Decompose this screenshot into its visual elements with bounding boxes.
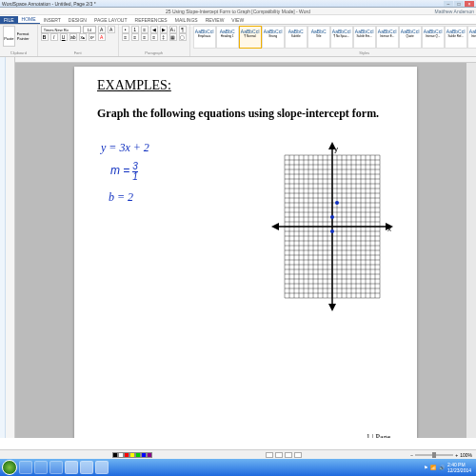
group-paragraph: • 1 ≡ ◀ ▶ A↓ ¶ ≡ ≡ ≡ ≡ ‡ ▦ ▢ Paragraph [119,25,190,56]
align-right-button[interactable]: ≡ [141,33,149,41]
justify-button[interactable]: ≡ [150,33,158,41]
numbering-button[interactable]: 1 [131,26,139,33]
bold-button[interactable]: B [41,33,49,41]
sup-button[interactable]: x² [89,33,96,41]
taskbar-word-icon[interactable] [95,461,109,474]
style-subtle-ref-[interactable]: AaBbCcISubtle Ref... [445,26,467,49]
style-subtitle[interactable]: AaBbCSubtitle [285,26,307,49]
svg-marker-54 [328,304,336,311]
font-name-select[interactable]: Times New Ro [41,26,81,33]
ribbon: Paste Format Painter Clipboard Times New… [0,25,476,57]
indent-button[interactable]: ▶ [160,26,168,33]
y-axis-label: y [334,145,338,153]
style-heading-1[interactable]: AaBbCHeading 1 [216,26,239,49]
workspace: EXAMPLES: Graph the following equations … [0,57,476,438]
taskbar-ie-icon[interactable] [19,461,32,474]
handwritten-intercept: b = 2 [109,190,133,205]
taskbar-media-icon[interactable] [50,461,63,474]
tab-mailings[interactable]: MAILINGS [171,16,202,24]
tab-view[interactable]: VIEW [228,16,248,24]
group-label-font: Font [41,50,115,55]
style-emphasis[interactable]: AaBbCcIEmphasis [193,26,216,49]
tray-flag-icon[interactable]: ⚑ [424,465,427,470]
strike-button[interactable]: ab [69,33,77,41]
system-tray[interactable]: ⚑ 📶 🔊 2:40 PM 12/23/2014 [424,462,474,473]
document-title-bar: 25 Using Slope-Intercept Form to Graph [… [0,8,476,15]
style-strong[interactable]: AaBbCcIStrong [262,26,285,49]
color-palette[interactable] [112,452,152,458]
tab-insert[interactable]: INSERT [40,16,65,24]
style-intense-e-[interactable]: AaBbCcIIntense E... [376,26,399,49]
bullets-button[interactable]: • [122,26,129,33]
pen-tools[interactable] [266,452,302,458]
shrink-font-button[interactable]: A [108,26,115,33]
taskbar-excel-icon[interactable] [65,461,78,474]
start-button[interactable] [2,460,17,475]
maximize-button[interactable]: □ [454,1,464,7]
windows-taskbar: ⚑ 📶 🔊 2:40 PM 12/23/2014 [0,459,476,476]
minimize-button[interactable]: – [444,1,453,7]
style-quote[interactable]: AaBbCcIQuote [399,26,422,49]
svg-marker-56 [271,223,279,230]
style-intense-r-[interactable]: AaBbCcIIntense R... [467,26,476,49]
point-cursor [330,229,334,233]
horizontal-ruler [15,57,476,63]
group-label-styles: Styles [193,50,476,55]
group-label-paragraph: Paragraph [122,50,187,55]
line-spacing-button[interactable]: ‡ [160,33,168,41]
sub-button[interactable]: x₂ [79,33,87,41]
close-button[interactable]: × [465,1,474,7]
grow-font-button[interactable]: A [98,26,106,33]
shading-button[interactable]: ▦ [169,33,177,41]
point-1 [335,201,339,205]
align-center-button[interactable]: ≡ [131,33,139,41]
handwritten-slope: m = 31 [110,162,138,182]
underline-button[interactable]: U [60,33,68,41]
tab-pagelayout[interactable]: PAGE LAYOUT [90,16,131,24]
tab-references[interactable]: REFERENCES [131,16,171,24]
multilevel-button[interactable]: ≡ [141,26,149,33]
format-painter-button[interactable]: Format Painter [17,31,34,41]
handwritten-equation: y = 3x + 2 [101,141,149,155]
ribbon-tabs: FILE HOME INSERT DESIGN PAGE LAYOUT REFE… [0,15,476,25]
group-label-clipboard: Clipboard [3,50,34,55]
app-title: WordSpace Annotation - Untitled, Page 2/… [2,1,96,7]
outdent-button[interactable]: ◀ [150,26,158,33]
vertical-ruler [6,57,15,438]
taskbar-explorer-icon[interactable] [34,461,48,474]
style-title[interactable]: AaBbCTitle [307,26,330,49]
document-title: 25 Using Slope-Intercept Form to Graph [… [166,9,310,14]
style--normal[interactable]: AaBbCcI¶ Normal [239,26,262,49]
instruction-text: Graph the following equations using slop… [97,107,394,121]
tray-volume-icon[interactable]: 🔊 [439,465,445,470]
page-heading: EXAMPLES: [97,78,394,93]
vertical-scrollbar[interactable] [466,57,476,438]
point-b [330,215,334,219]
zoom-level: 100% [460,452,472,458]
taskbar-wordspace-icon[interactable] [80,461,93,474]
group-styles: AaBbCcIEmphasisAaBbCHeading 1AaBbCcI¶ No… [190,25,476,56]
annotation-toolbar: −+ 100% [0,449,476,459]
tray-network-icon[interactable]: 📶 [430,465,436,470]
style-subtle-em-[interactable]: AaBbCcISubtle Em... [353,26,376,49]
account-name[interactable]: Matthew Anderson [435,8,474,15]
style-intense-q-[interactable]: AaBbCcIIntense Q... [422,26,445,49]
borders-button[interactable]: ▢ [179,33,187,41]
align-left-button[interactable]: ≡ [122,33,129,41]
sort-button[interactable]: A↓ [169,26,177,33]
style--no-spac-[interactable]: AaBbCcI¶ No Spac... [330,26,353,49]
tab-review[interactable]: REVIEW [202,16,228,24]
zoom-control[interactable]: −+ 100% [410,452,472,458]
paste-button[interactable]: Paste [3,26,15,47]
tab-file[interactable]: FILE [0,16,18,24]
color-swatch[interactable] [147,452,152,458]
pilcrow-button[interactable]: ¶ [179,26,187,33]
page-number: 1 | Page [367,433,390,438]
italic-button[interactable]: I [50,33,58,41]
group-clipboard: Paste Format Painter Clipboard [0,25,38,56]
document-page[interactable]: EXAMPLES: Graph the following equations … [74,67,417,438]
tab-design[interactable]: DESIGN [65,16,90,24]
font-color-button[interactable]: A [98,33,106,41]
font-size-select[interactable]: 14 [83,26,96,33]
tab-home[interactable]: HOME [18,15,40,24]
